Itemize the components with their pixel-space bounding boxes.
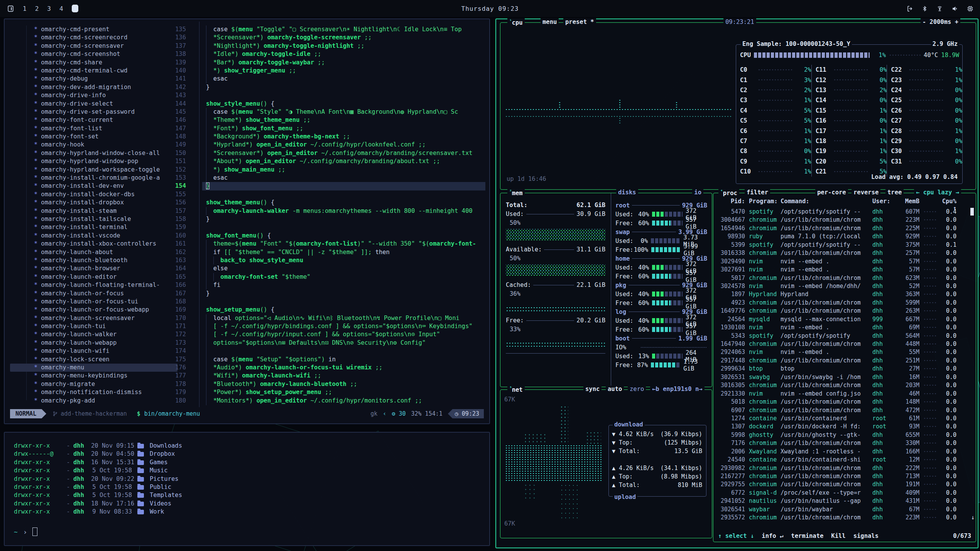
code-text: [202, 347, 485, 355]
proc-program: chromium: [745, 299, 781, 307]
process-row[interactable]: 1307dockerd/usr/bin/dockerd -H fd:root93…: [716, 423, 970, 431]
scroll-down-icon[interactable]: ↓: [971, 514, 975, 521]
process-row[interactable]: 6907chromium/usr/lib/chromium/chromdhh47…: [716, 406, 970, 415]
process-row[interactable]: 4923chromium/usr/lib/chromium/chromdhh59…: [716, 299, 970, 307]
net-graph-col: [560, 405, 568, 445]
proc-cpu: 0.0: [939, 258, 956, 266]
signals-key[interactable]: signals: [853, 532, 879, 539]
network-icon[interactable]: [936, 5, 944, 12]
workspace-button[interactable]: 4: [59, 5, 63, 12]
folder-icon: [137, 493, 144, 498]
terminate-key[interactable]: terminate: [791, 532, 823, 539]
code-editor[interactable]: 135 case $(menu "Toggle" "▢ Screensaver\…: [151, 25, 485, 405]
process-row[interactable]: 1654946chromium/usr/lib/chromium/chromdh…: [716, 224, 970, 233]
process-row[interactable]: 3016338chromium/usr/lib/chromium/chromdh…: [716, 249, 970, 257]
line-number: 146: [151, 116, 186, 124]
process-row[interactable]: 1274containe/usr/bin/containerdroot61M0.…: [716, 415, 970, 423]
proc-command: /usr/lib/chromium/chrom: [781, 307, 872, 315]
proc-command: /usr/bin/waybar: [781, 506, 872, 514]
process-row[interactable]: 2999634btopbtopdhh27M0.0: [716, 365, 970, 373]
io-toggle[interactable]: io: [692, 189, 703, 196]
disks-box-title[interactable]: disks: [616, 189, 638, 196]
process-row[interactable]: 1647940chromium/usr/lib/chromium/chromdh…: [716, 340, 970, 348]
disk-label: Free:: [615, 362, 634, 369]
net-zero-button[interactable]: zero: [628, 386, 646, 393]
proc-filter-button[interactable]: filter: [745, 189, 770, 196]
shell-prompt[interactable]: ~ ›: [14, 527, 37, 536]
process-row[interactable]: 1649776chromium/usr/lib/chromium/chromdh…: [716, 307, 970, 315]
proc-command: /usr/lib/chromium/chrom: [781, 439, 872, 447]
line-number: 157: [151, 207, 186, 215]
process-row[interactable]: 3026541waybar/usr/bin/waybardhh67M0.0: [716, 506, 970, 514]
download-label: download: [613, 421, 645, 428]
process-row[interactable]: 2941052nautilus/usr/bin/nautilus --gapdh…: [716, 497, 970, 505]
line-number: 163: [151, 256, 186, 265]
process-row[interactable]: 3024578nvimnvim --embed /home/dhh/dhh52M…: [716, 282, 970, 290]
process-row[interactable]: 3026531swaybg/usr/bin/swaybg -i /homdhh1…: [716, 373, 970, 381]
net-sync-button[interactable]: sync: [583, 386, 602, 393]
process-row[interactable]: 2929755chromium/usr/lib/chromium/chromdh…: [716, 480, 970, 489]
btop-preset-button[interactable]: preset *: [563, 19, 596, 25]
process-row[interactable]: 2924063nvimnvim --embed .dhh55M0.0: [716, 348, 970, 356]
process-row[interactable]: 24564mysqldmysqld --max-connection999667…: [716, 315, 970, 324]
process-row[interactable]: 2917448chromium/usr/lib/chromium/chromdh…: [716, 357, 970, 365]
file-path: $ bin/omarchy-menu: [137, 410, 200, 417]
workspace-button[interactable]: 2: [35, 5, 39, 12]
proc-scrollbar[interactable]: [970, 208, 974, 216]
app-launcher-icon[interactable]: [7, 5, 14, 12]
modified-date: 9 Nov 08:33: [91, 508, 137, 516]
info-key[interactable]: info ↵: [762, 532, 783, 539]
process-row[interactable]: 2930982chromium/usr/lib/chromium/chromdh…: [716, 464, 970, 472]
proc-reverse-button[interactable]: reverse: [852, 189, 880, 196]
cpu-box-title: ¹cpu: [507, 19, 525, 26]
process-row[interactable]: 2921330nvimnvim --embed config.jsodhh46M…: [716, 390, 970, 398]
process-row[interactable]: 1930108nvimnvim --embed .dhh69M0.0: [716, 324, 970, 332]
bluetooth-icon[interactable]: [921, 5, 928, 12]
proc-percore-button[interactable]: per-core: [815, 189, 848, 196]
net-stat-value: (8.98 Mibps): [633, 472, 702, 481]
btop-menu-button[interactable]: menu: [541, 19, 559, 25]
process-row[interactable]: 5470spotify/opt/spotify/spotify --dhh607…: [716, 208, 970, 216]
process-row[interactable]: 5017chromium/usr/lib/chromium/chromdhh62…: [716, 274, 970, 282]
workspace-button[interactable]: 1: [23, 5, 27, 12]
proc-sort-switcher[interactable]: ← cpu lazy →: [914, 189, 961, 196]
process-row[interactable]: 5343spotify/opt/spotify/spotifydhh564M0.…: [716, 332, 970, 340]
process-row[interactable]: 5998ghostty/usr/bin/ghostty --gtk-dhh655…: [716, 431, 970, 439]
process-row[interactable]: 5018chromium/usr/lib/chromium/chromdhh14…: [716, 398, 970, 406]
kill-key[interactable]: Kill: [831, 532, 845, 539]
chip-icon[interactable]: [966, 5, 974, 12]
volume-icon[interactable]: [951, 5, 959, 12]
process-row[interactable]: 98930rubypuma 7.1.0 (tcp://localdhh929M0…: [716, 233, 970, 241]
process-row[interactable]: 3004667chromium/usr/lib/chromium/chromdh…: [716, 216, 970, 224]
update-interval-control[interactable]: - 2000ms +: [921, 19, 960, 25]
core-id: C24: [891, 87, 906, 94]
proc-program: chromium: [745, 398, 781, 406]
process-row[interactable]: 24540containe/usr/bin/containerd-shiroot…: [716, 456, 970, 464]
process-row[interactable]: 2167277chromium/usr/lib/chromium/chromdh…: [716, 472, 970, 480]
workspace-active-indicator[interactable]: [72, 5, 78, 12]
workspace-button[interactable]: 3: [47, 5, 51, 12]
select-keys[interactable]: ↑ select ↓: [718, 532, 754, 539]
net-interface-switcher[interactable]: ←b enp191s0 n→: [650, 386, 705, 393]
process-row[interactable]: 5399spotify/opt/spotify/spotify --dhh375…: [716, 241, 970, 249]
file-marker: *: [34, 91, 37, 99]
core-pct: 1%: [796, 128, 811, 135]
process-row[interactable]: 1897HyprlandHyprlanddhh363M0.0: [716, 290, 970, 298]
process-row[interactable]: 6772signal-d/proc/self/exe --type=rdhh40…: [716, 489, 970, 497]
process-row[interactable]: 3016305chromium/usr/lib/chromium/chromdh…: [716, 381, 970, 389]
ls-row: drwxr-xr-x-dhh5 Oct 19:58Templates: [14, 491, 482, 499]
process-row[interactable]: 7176chromium/usr/lib/chromium/chromdhh33…: [716, 439, 970, 447]
process-row[interactable]: 2006XwaylandXwayland :1 -rootless -dhh16…: [716, 448, 970, 456]
disk-rule: [641, 347, 706, 348]
code-line: 177 *Wifi*) omarchy-launch-wifi ;;: [151, 372, 485, 380]
proc-tree-button[interactable]: tree: [885, 189, 904, 196]
net-auto-button[interactable]: auto: [606, 386, 624, 393]
process-row[interactable]: 3029490nvimnvim --embed .dhh57M0.0: [716, 258, 970, 266]
process-row[interactable]: 3027691nvimnvim --embed .dhh57M0.0: [716, 266, 970, 274]
process-row[interactable]: 2935572chromium/usr/lib/chromium/chromdh…: [716, 514, 970, 522]
direction-icon: ▼: [612, 430, 619, 438]
disk-row: Free:60%557 GiB: [615, 298, 707, 307]
logout-icon[interactable]: [906, 5, 914, 12]
core-meter: [909, 99, 944, 102]
direction-icon: ▲: [612, 472, 619, 481]
